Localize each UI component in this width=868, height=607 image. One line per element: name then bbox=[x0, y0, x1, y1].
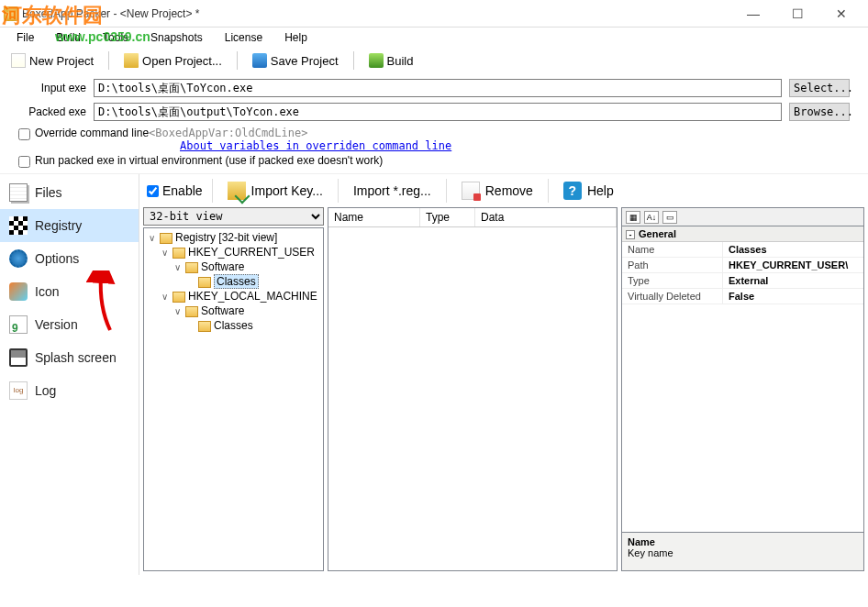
override-cmdline-checkbox[interactable] bbox=[18, 128, 30, 140]
new-icon bbox=[11, 53, 26, 68]
menu-build[interactable]: Build bbox=[47, 29, 90, 46]
packed-exe-label: Packed exe bbox=[18, 105, 86, 118]
build-icon bbox=[369, 53, 384, 68]
options-icon bbox=[9, 249, 28, 268]
window-title: BoxedApp Packer - <New Project> * bbox=[22, 7, 199, 20]
input-exe-field[interactable] bbox=[94, 79, 782, 97]
separator bbox=[108, 51, 109, 70]
properties-grid[interactable]: -General NameClasses PathHKEY_CURRENT_US… bbox=[621, 226, 864, 533]
sidebar-item-log[interactable]: logLog bbox=[0, 374, 139, 407]
sidebar-item-options[interactable]: Options bbox=[0, 242, 139, 275]
menu-tools[interactable]: Tools bbox=[94, 29, 138, 46]
tree-hkcu-classes[interactable]: Classes bbox=[214, 274, 259, 289]
files-icon bbox=[9, 183, 28, 202]
registry-icon bbox=[9, 216, 28, 235]
menu-snapshots[interactable]: Snapshots bbox=[141, 29, 212, 46]
virtual-env-label: Run packed exe in virtual environment (u… bbox=[35, 154, 383, 167]
override-placeholder: <BoxedAppVar:OldCmdLine> bbox=[149, 127, 307, 139]
tree-hkcu[interactable]: HKEY_CURRENT_USER bbox=[188, 246, 315, 259]
save-project-button[interactable]: Save Project bbox=[247, 51, 344, 70]
sidebar-item-files[interactable]: Files bbox=[0, 176, 139, 209]
maximize-button[interactable]: ☐ bbox=[784, 6, 811, 21]
close-button[interactable]: ✕ bbox=[828, 6, 855, 21]
enable-checkbox[interactable] bbox=[147, 185, 159, 197]
sidebar-item-version[interactable]: Version bbox=[0, 308, 139, 341]
import-key-icon bbox=[228, 182, 246, 200]
packed-exe-field[interactable] bbox=[94, 103, 782, 121]
help-button[interactable]: ?Help bbox=[558, 179, 619, 203]
menu-bar: File Build Tools Snapshots License Help bbox=[0, 28, 868, 48]
open-icon bbox=[124, 53, 139, 68]
registry-panel: Enable Import Key... Import *.reg... Rem… bbox=[139, 174, 868, 575]
log-icon: log bbox=[9, 381, 28, 400]
prop-virtually-deleted[interactable]: Virtually DeletedFalse bbox=[622, 289, 863, 304]
browse-button[interactable]: Browse... bbox=[789, 103, 850, 121]
tree-hklm[interactable]: HKEY_LOCAL_MACHINE bbox=[188, 290, 317, 303]
input-exe-label: Input exe bbox=[18, 82, 86, 94]
build-button[interactable]: Build bbox=[363, 51, 419, 70]
properties-description: Name Key name bbox=[621, 533, 864, 571]
select-button[interactable]: Select... bbox=[789, 79, 850, 97]
col-data[interactable]: Data bbox=[475, 208, 617, 226]
help-icon: ? bbox=[563, 182, 582, 200]
alphabetical-icon[interactable]: A↓ bbox=[644, 211, 659, 224]
save-icon bbox=[252, 53, 267, 68]
menu-license[interactable]: License bbox=[216, 29, 272, 46]
sidebar-item-icon[interactable]: Icon bbox=[0, 275, 139, 308]
virtual-env-checkbox[interactable] bbox=[18, 156, 30, 168]
registry-values-list[interactable]: Name Type Data bbox=[328, 207, 618, 571]
icon-icon bbox=[9, 282, 28, 301]
categorized-icon[interactable]: ▦ bbox=[626, 211, 640, 224]
import-key-button[interactable]: Import Key... bbox=[222, 179, 328, 203]
tree-root[interactable]: Registry [32-bit view] bbox=[175, 231, 277, 244]
override-help-link[interactable]: About variables in overriden command lin… bbox=[180, 139, 451, 152]
import-reg-button[interactable]: Import *.reg... bbox=[348, 181, 437, 201]
menu-help[interactable]: Help bbox=[275, 29, 317, 46]
menu-file[interactable]: File bbox=[7, 29, 43, 46]
project-form: Input exe Select... Packed exe Browse...… bbox=[0, 73, 868, 173]
properties-panel: ▦ A↓ ▭ -General NameClasses PathHKEY_CUR… bbox=[621, 207, 864, 571]
category-general[interactable]: -General bbox=[622, 226, 863, 242]
tree-hkcu-software[interactable]: Software bbox=[201, 260, 244, 273]
remove-icon bbox=[462, 182, 480, 200]
tree-hklm-classes[interactable]: Classes bbox=[214, 319, 253, 332]
registry-toolbar: Enable Import Key... Import *.reg... Rem… bbox=[139, 174, 868, 207]
splash-icon bbox=[9, 348, 28, 367]
sidebar-item-registry[interactable]: Registry bbox=[0, 209, 139, 242]
main-toolbar: New Project Open Project... Save Project… bbox=[0, 48, 868, 73]
props-toolbar: ▦ A↓ ▭ bbox=[621, 207, 864, 226]
col-type[interactable]: Type bbox=[420, 208, 475, 226]
props-pages-icon[interactable]: ▭ bbox=[662, 211, 677, 224]
main-split: Files Registry Options Icon Version Spla… bbox=[0, 173, 868, 575]
registry-view-select[interactable]: 32-bit view bbox=[143, 207, 324, 226]
tree-hklm-software[interactable]: Software bbox=[201, 304, 244, 317]
enable-checkbox-wrap[interactable]: Enable bbox=[147, 183, 203, 198]
remove-button[interactable]: Remove bbox=[456, 179, 539, 203]
sidebar-item-splash[interactable]: Splash screen bbox=[0, 341, 139, 374]
new-project-button[interactable]: New Project bbox=[6, 51, 99, 70]
registry-tree-panel: 32-bit view ∨Registry [32-bit view] ∨HKE… bbox=[143, 207, 324, 571]
open-project-button[interactable]: Open Project... bbox=[118, 51, 228, 70]
override-cmdline-label: Override command line bbox=[35, 127, 149, 139]
registry-tree[interactable]: ∨Registry [32-bit view] ∨HKEY_CURRENT_US… bbox=[143, 227, 324, 571]
separator bbox=[353, 51, 354, 70]
col-name[interactable]: Name bbox=[328, 208, 420, 226]
sidebar: Files Registry Options Icon Version Spla… bbox=[0, 174, 139, 575]
list-header: Name Type Data bbox=[328, 208, 617, 227]
separator bbox=[237, 51, 238, 70]
minimize-button[interactable]: — bbox=[740, 6, 767, 21]
prop-name[interactable]: NameClasses bbox=[622, 242, 863, 258]
prop-path[interactable]: PathHKEY_CURRENT_USER\ bbox=[622, 258, 863, 273]
app-icon bbox=[4, 6, 18, 21]
prop-type[interactable]: TypeExternal bbox=[622, 273, 863, 289]
version-icon bbox=[9, 315, 28, 334]
titlebar: BoxedApp Packer - <New Project> * — ☐ ✕ bbox=[0, 0, 868, 28]
